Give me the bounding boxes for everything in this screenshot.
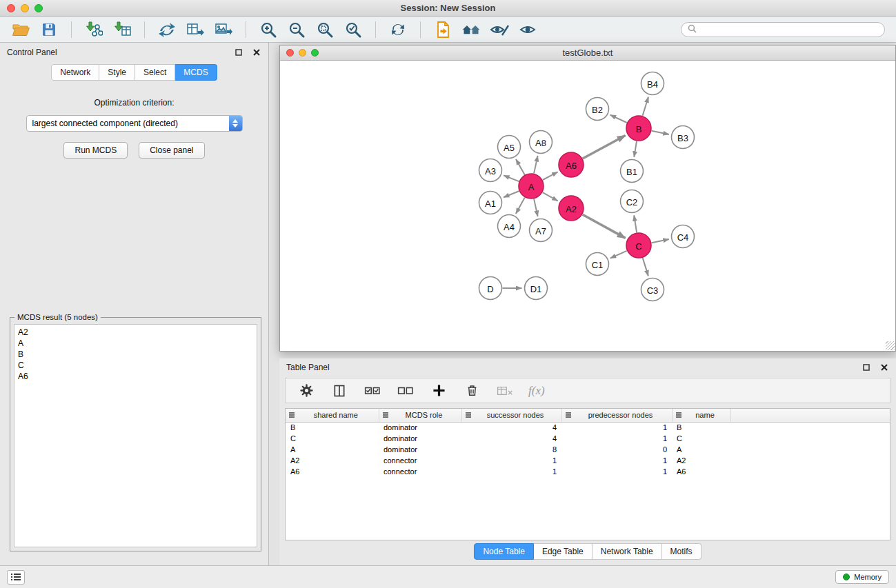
search-input[interactable]: [701, 25, 878, 34]
import-document-icon[interactable]: [433, 20, 452, 39]
edge-a-a8[interactable]: [534, 156, 538, 173]
import-network-icon[interactable]: [84, 20, 103, 39]
tab-motifs[interactable]: Motifs: [662, 543, 701, 560]
edge-a-a3[interactable]: [504, 175, 519, 181]
column-header-successor-nodes[interactable]: successor nodes: [461, 409, 561, 422]
close-panel-icon[interactable]: [252, 48, 261, 57]
float-table-panel-icon[interactable]: [862, 363, 871, 372]
close-table-panel-icon[interactable]: [879, 363, 889, 372]
deselect-all-rows-icon[interactable]: [396, 381, 415, 401]
zoom-fit-icon[interactable]: [344, 20, 363, 39]
table-row[interactable]: Adominator80A: [286, 444, 890, 455]
minimize-network-window-button[interactable]: [299, 49, 306, 57]
zoom-network-window-button[interactable]: [311, 49, 319, 57]
import-table-icon[interactable]: [112, 20, 132, 39]
resize-grip[interactable]: [886, 341, 895, 350]
delete-table-icon[interactable]: [495, 381, 515, 401]
column-header-predecessor-nodes[interactable]: predecessor nodes: [561, 409, 672, 422]
column-header-shared-name[interactable]: shared name: [286, 409, 379, 422]
table-row[interactable]: A2connector11A2: [286, 455, 890, 466]
hide-graphics-details-icon[interactable]: [490, 20, 509, 39]
network-node-c4[interactable]: C4: [672, 225, 695, 248]
column-header-mcds-role[interactable]: MCDS role: [379, 409, 461, 422]
network-node-b[interactable]: B: [626, 116, 651, 141]
new-network-icon[interactable]: [186, 20, 205, 39]
network-node-b1[interactable]: B1: [621, 160, 644, 183]
close-network-window-button[interactable]: [286, 49, 294, 57]
save-session-icon[interactable]: [39, 20, 59, 39]
network-node-a5[interactable]: A5: [498, 136, 521, 159]
network-node-a6[interactable]: A6: [559, 152, 584, 177]
network-node-b3[interactable]: B3: [672, 126, 695, 149]
tab-style[interactable]: Style: [99, 64, 135, 81]
edge-a-a4[interactable]: [516, 198, 525, 214]
close-window-button[interactable]: [7, 4, 15, 12]
zoom-window-button[interactable]: [34, 4, 43, 12]
apply-layout-icon[interactable]: [157, 20, 177, 39]
network-node-a1[interactable]: A1: [479, 192, 502, 214]
edge-a-a2[interactable]: [543, 192, 558, 201]
create-new-column-icon[interactable]: [429, 381, 448, 401]
edge-c-c1[interactable]: [610, 251, 627, 258]
list-item[interactable]: B: [18, 349, 253, 360]
tab-mcds[interactable]: MCDS: [175, 64, 217, 81]
edge-b-b1[interactable]: [634, 141, 637, 157]
network-node-a[interactable]: A: [519, 174, 544, 199]
float-panel-icon[interactable]: [234, 48, 243, 57]
network-node-a3[interactable]: A3: [479, 159, 502, 182]
edge-a2-c[interactable]: [583, 214, 626, 238]
tab-node-table[interactable]: Node Table: [474, 543, 534, 560]
function-builder-icon[interactable]: f(x): [528, 384, 545, 398]
delete-columns-icon[interactable]: [462, 381, 481, 401]
edge-b-b4[interactable]: [643, 97, 648, 116]
select-all-rows-icon[interactable]: [363, 381, 382, 401]
tab-network[interactable]: Network: [51, 64, 99, 81]
network-canvas[interactable]: B4B2BB3A5A8A6B1A3AC2A1A2A4A7C4CC1C3DD1: [280, 61, 895, 351]
run-mcds-button[interactable]: Run MCDS: [63, 142, 128, 159]
network-node-c1[interactable]: C1: [586, 253, 609, 276]
search-box[interactable]: [681, 22, 885, 37]
network-node-d1[interactable]: D1: [525, 277, 548, 300]
optimization-criterion-select[interactable]: largest connected component (directed): [26, 115, 243, 132]
export-image-icon[interactable]: [214, 20, 233, 39]
edge-a-a6[interactable]: [543, 172, 558, 180]
zoom-in-icon[interactable]: [259, 20, 278, 39]
network-node-a7[interactable]: A7: [530, 219, 552, 242]
list-item[interactable]: C: [18, 360, 253, 371]
list-item[interactable]: A2: [18, 327, 253, 338]
table-row[interactable]: A6connector11A6: [286, 466, 890, 477]
edge-c-c2[interactable]: [634, 215, 637, 232]
minimize-window-button[interactable]: [21, 4, 29, 12]
zoom-out-icon[interactable]: [287, 20, 306, 39]
column-header-name[interactable]: name: [672, 409, 730, 422]
show-columns-icon[interactable]: [330, 381, 349, 401]
network-node-c3[interactable]: C3: [641, 278, 664, 301]
refresh-view-icon[interactable]: [388, 20, 408, 39]
network-node-a8[interactable]: A8: [530, 131, 552, 154]
node-table[interactable]: shared nameMCDS rolesuccessor nodesprede…: [285, 408, 890, 540]
edge-b-b2[interactable]: [610, 115, 627, 123]
mcds-result-list[interactable]: A2ABCA6: [14, 324, 257, 547]
edge-a-a7[interactable]: [534, 199, 538, 216]
edge-c-c3[interactable]: [643, 258, 648, 276]
open-folder-icon[interactable]: [11, 20, 30, 39]
edge-a-a1[interactable]: [504, 191, 519, 197]
edge-b-b3[interactable]: [652, 131, 669, 134]
network-window-titlebar[interactable]: testGlobe.txt: [280, 45, 895, 61]
show-graphics-details-icon[interactable]: [518, 20, 537, 39]
network-node-a4[interactable]: A4: [498, 215, 521, 238]
network-node-c[interactable]: C: [626, 233, 651, 258]
edge-c-c4[interactable]: [652, 239, 669, 243]
table-row[interactable]: Cdominator41C: [286, 433, 890, 444]
edge-a-a5[interactable]: [516, 159, 525, 175]
network-node-b2[interactable]: B2: [586, 98, 609, 121]
home-icon[interactable]: [461, 20, 481, 39]
panel-list-icon[interactable]: [7, 570, 25, 585]
tab-network-table[interactable]: Network Table: [593, 543, 662, 560]
memory-button[interactable]: Memory: [835, 570, 889, 584]
list-item[interactable]: A: [18, 338, 253, 349]
table-row[interactable]: Bdominator41B: [286, 422, 890, 433]
network-node-a2[interactable]: A2: [559, 196, 584, 221]
tab-edge-table[interactable]: Edge Table: [534, 543, 593, 560]
tab-select[interactable]: Select: [135, 64, 175, 81]
